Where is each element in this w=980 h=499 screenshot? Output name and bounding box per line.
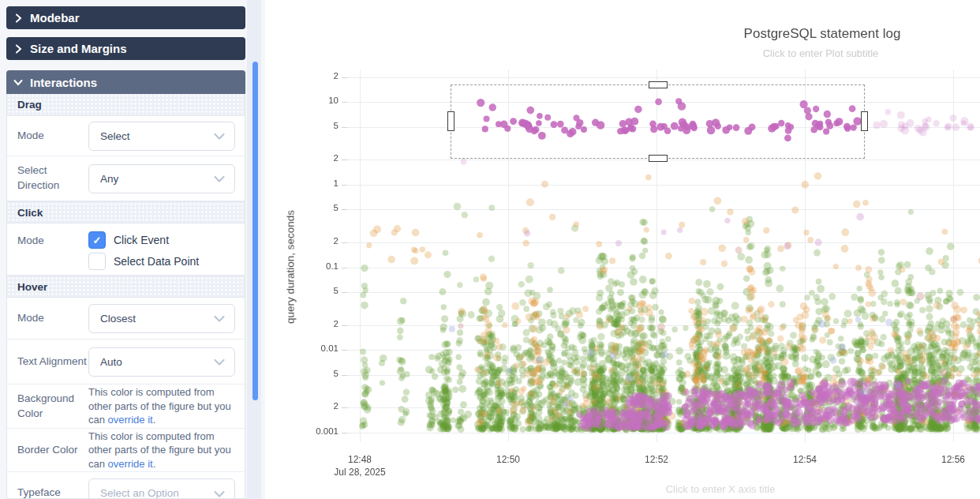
plot-subtitle-placeholder[interactable]: Click to enter Plot subtitle: [763, 47, 879, 59]
chart-area: PostgreSQL statement log Click to enter …: [265, 0, 980, 499]
chevron-down-icon: [214, 311, 225, 325]
click-mode-label: Mode: [17, 231, 88, 249]
typeface-label: Typeface: [17, 478, 88, 499]
select-direction-row: Select Direction Any: [7, 156, 245, 201]
border-color-label: Border Color: [17, 443, 88, 458]
drag-mode-row: Mode Select: [7, 116, 245, 156]
scatter-plot-canvas[interactable]: [265, 0, 980, 499]
selection-box[interactable]: [451, 84, 865, 158]
select-data-point-label: Select Data Point: [114, 255, 199, 268]
chevron-down-icon: [214, 355, 225, 369]
hover-mode-value: Closest: [100, 313, 214, 325]
y-tick-label: 2: [283, 319, 339, 328]
y-tick-label: 2: [283, 401, 339, 411]
panel-size-margins[interactable]: Size and Margins: [6, 37, 245, 60]
x-axis-title-placeholder[interactable]: Click to enter X axis title: [666, 483, 776, 495]
select-data-point-option[interactable]: Select Data Point: [88, 253, 235, 270]
drag-mode-select[interactable]: Select: [88, 122, 235, 151]
chevron-right-icon: [6, 44, 30, 54]
interactions-fold: Drag Mode Select Select Direction Any: [6, 94, 245, 499]
x-tick-label: 12:48: [328, 454, 391, 465]
editor-sidebar: Modebar Size and Margins Interactions Dr…: [0, 0, 265, 499]
selection-handle-right[interactable]: [861, 111, 868, 131]
sidebar-scrollbar-thumb[interactable]: [252, 62, 258, 400]
y-tick-label: 0.001: [283, 426, 339, 436]
panel-interactions-label: Interactions: [30, 76, 97, 89]
text-alignment-value: Auto: [100, 356, 214, 368]
x-axis-date-label: Jul 28, 2025: [316, 467, 403, 478]
border-color-note: This color is computed from other parts …: [88, 428, 235, 473]
y-tick-label: 2: [283, 236, 339, 246]
select-data-point-checkbox[interactable]: [88, 253, 106, 270]
panel-size-margins-label: Size and Margins: [30, 42, 127, 55]
hover-mode-row: Mode Closest: [7, 298, 245, 340]
text-alignment-select[interactable]: Auto: [88, 347, 235, 377]
section-click-title: Click: [17, 207, 43, 219]
y-tick-label: 0.1: [283, 261, 339, 271]
background-color-row: Background Color This color is computed …: [7, 385, 245, 429]
drag-mode-value: Select: [100, 130, 214, 142]
x-tick-label: 12:52: [625, 454, 688, 465]
select-direction-select[interactable]: Any: [88, 164, 235, 193]
select-direction-label: Select Direction: [17, 163, 88, 193]
note-text: .: [153, 458, 156, 470]
typeface-placeholder: Select an Option: [100, 487, 214, 499]
override-link[interactable]: override it: [108, 414, 153, 426]
click-event-label: Click Event: [114, 234, 169, 246]
text-alignment-label: Text Alignment: [17, 355, 88, 370]
check-icon: ✓: [93, 234, 102, 246]
click-event-option[interactable]: ✓ Click Event: [88, 231, 235, 249]
panel-modebar[interactable]: Modebar: [6, 6, 245, 29]
click-event-checkbox[interactable]: ✓: [88, 231, 106, 249]
y-tick-label: 10: [283, 96, 339, 105]
y-tick-label: 5: [283, 203, 339, 212]
x-tick-label: 12:56: [922, 454, 980, 465]
section-hover-title: Hover: [17, 281, 47, 293]
panel-modebar-label: Modebar: [30, 11, 80, 24]
chevron-down-icon: [214, 171, 225, 186]
section-drag: Drag: [7, 94, 245, 116]
background-color-note: This color is computed from other parts …: [88, 384, 235, 429]
section-drag-title: Drag: [17, 99, 42, 111]
note-text: .: [153, 414, 156, 426]
selection-handle-top[interactable]: [649, 81, 668, 88]
typeface-select[interactable]: Select an Option: [88, 478, 235, 499]
section-hover: Hover: [7, 276, 245, 298]
y-tick-label: 0.01: [283, 343, 339, 353]
chevron-down-icon: [214, 486, 225, 499]
text-alignment-row: Text Alignment Auto: [7, 340, 245, 385]
chevron-down-icon: [214, 129, 225, 143]
click-mode-row: Mode ✓ Click Event Select Data Point: [7, 223, 245, 276]
sidebar-scrollbar-track[interactable]: [247, 0, 261, 499]
y-tick-label: 2: [283, 71, 339, 81]
drag-mode-label: Mode: [17, 129, 88, 144]
y-tick-label: 1: [283, 178, 339, 188]
x-tick-label: 12:50: [477, 454, 540, 465]
y-tick-label: 5: [283, 121, 339, 130]
border-color-row: Border Color This color is computed from…: [7, 429, 245, 472]
hover-mode-label: Mode: [17, 311, 88, 326]
chevron-down-icon: [6, 79, 30, 86]
hover-mode-select[interactable]: Closest: [88, 304, 235, 333]
selection-handle-bottom[interactable]: [649, 155, 668, 162]
x-tick-label: 12:54: [773, 454, 836, 465]
panel-interactions[interactable]: Interactions: [6, 70, 245, 94]
typeface-row: Typeface Select an Option: [7, 472, 245, 497]
override-link[interactable]: override it: [108, 458, 153, 470]
chevron-right-icon: [6, 13, 30, 23]
select-direction-value: Any: [100, 173, 214, 185]
y-tick-label: 5: [283, 369, 339, 378]
plot-title[interactable]: PostgreSQL statement log: [744, 26, 901, 42]
y-tick-label: 5: [283, 286, 339, 295]
y-tick-label: 2: [283, 153, 339, 163]
selection-handle-left[interactable]: [447, 111, 454, 131]
section-click: Click: [7, 201, 245, 223]
background-color-label: Background Color: [17, 392, 88, 422]
